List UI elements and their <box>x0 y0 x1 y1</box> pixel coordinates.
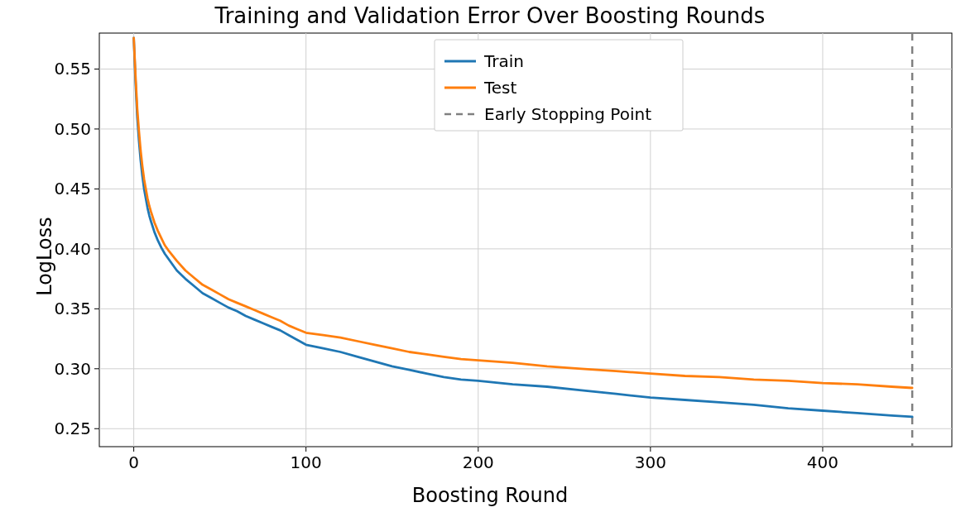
chart-container: Training and Validation Error Over Boost… <box>0 0 980 512</box>
ytick-label: 0.35 <box>54 299 91 318</box>
ytick-label: 0.30 <box>54 359 91 379</box>
ytick-label: 0.50 <box>54 119 91 139</box>
legend-label: Train <box>483 51 524 71</box>
xtick-label: 0 <box>128 452 139 472</box>
legend-label: Test <box>483 78 517 98</box>
xtick-label: 400 <box>807 452 838 472</box>
chart-svg: 01002003004000.250.300.350.400.450.500.5… <box>0 0 980 512</box>
ytick-label: 0.25 <box>54 419 91 438</box>
xtick-label: 200 <box>463 452 494 472</box>
ytick-label: 0.45 <box>54 179 91 199</box>
xtick-label: 100 <box>291 452 322 472</box>
legend-label: Early Stopping Point <box>484 104 651 124</box>
ytick-label: 0.40 <box>54 239 91 259</box>
ytick-label: 0.55 <box>54 59 91 79</box>
xtick-label: 300 <box>635 452 666 472</box>
